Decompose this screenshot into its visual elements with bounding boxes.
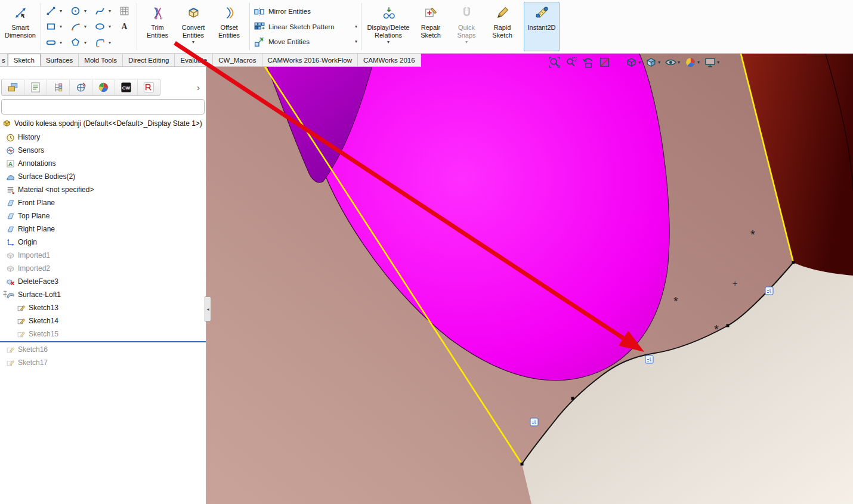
- move-entities-caret[interactable]: ▾: [355, 39, 357, 44]
- tree-item-surface-bodies-2[interactable]: Surface Bodies(2): [0, 170, 206, 183]
- tree-item-sketch14[interactable]: Sketch14: [0, 314, 206, 327]
- tab-s[interactable]: s: [0, 54, 8, 66]
- trim-entities-button[interactable]: Trim Entities: [140, 2, 175, 51]
- configurationmanager-tab[interactable]: [47, 80, 70, 95]
- zoom-to-fit-button[interactable]: [548, 55, 561, 69]
- tree-item-imported2[interactable]: Imported2: [0, 262, 206, 275]
- move-entities-button[interactable]: Move Entities ▾: [254, 35, 357, 49]
- quick-snaps-caret[interactable]: ▾: [465, 40, 468, 45]
- panel-splitter[interactable]: ◄: [205, 296, 211, 321]
- tree-item-deleteface3[interactable]: DeleteFace3: [0, 275, 206, 288]
- tab-camworks-2016[interactable]: CAMWorks 2016: [358, 54, 421, 66]
- tab-sketch[interactable]: Sketch: [8, 54, 41, 66]
- tree-filter-box[interactable]: [1, 99, 205, 115]
- view-settings-button[interactable]: ▾: [703, 55, 720, 69]
- ellipse-tool-button[interactable]: [92, 20, 107, 34]
- straight-slot-tool-button[interactable]: [44, 35, 58, 50]
- tree-item-sketch15[interactable]: Sketch15: [0, 327, 206, 341]
- convert-entities-caret[interactable]: ▾: [192, 40, 194, 45]
- vertex-point[interactable]: [727, 324, 730, 327]
- rollback-bar[interactable]: [0, 341, 206, 342]
- tab-cw-macros[interactable]: CW_Macros: [213, 54, 262, 66]
- hide-show-items-button[interactable]: ▾: [664, 55, 681, 69]
- tab-mold-tools[interactable]: Mold Tools: [79, 54, 123, 66]
- sketch-fillet-tool-caret[interactable]: ▾: [109, 40, 115, 45]
- view-settings-caret[interactable]: ▾: [717, 60, 719, 65]
- sketch-picture-tool-button[interactable]: [117, 4, 131, 18]
- section-view-button[interactable]: [598, 55, 611, 69]
- ellipse-tool-caret[interactable]: ▾: [109, 24, 115, 29]
- display-style-caret[interactable]: ▾: [658, 60, 660, 65]
- tree-item-sketch16[interactable]: Sketch16: [0, 343, 206, 356]
- zoom-to-area-button[interactable]: [564, 55, 578, 69]
- sketch-relation-badge[interactable]: [530, 418, 538, 426]
- arc-tool-button[interactable]: [68, 20, 82, 34]
- propertymanager-tab[interactable]: [24, 80, 47, 95]
- tree-item-sensors[interactable]: Sensors: [0, 144, 206, 157]
- tree-item-sketch13[interactable]: Sketch13: [0, 301, 206, 314]
- edit-appearance-caret[interactable]: ▾: [697, 60, 700, 65]
- display-style-button[interactable]: ▾: [644, 55, 661, 69]
- hide-show-items-caret[interactable]: ▾: [678, 60, 680, 65]
- tree-item-sketch17[interactable]: Sketch17: [0, 356, 206, 369]
- featuremanager-tab[interactable]: [2, 80, 24, 95]
- sketch-fillet-tool-button[interactable]: [92, 35, 107, 50]
- tree-item-top-plane[interactable]: Top Plane: [0, 209, 206, 222]
- displaymanager-tab[interactable]: [92, 80, 115, 95]
- tab-direct-editing[interactable]: Direct Editing: [123, 54, 175, 66]
- circle-tool-caret[interactable]: ▾: [84, 8, 91, 14]
- circle-tool-button[interactable]: [68, 4, 82, 18]
- graphics-area[interactable]: * * * + ▾▾▾▾▾: [206, 54, 853, 504]
- offset-entities-button[interactable]: Offset Entities: [211, 2, 247, 51]
- tab-evaluate[interactable]: Evaluate: [175, 54, 213, 66]
- previous-view-button[interactable]: [581, 55, 595, 69]
- smart-dimension-button[interactable]: Smart Dimension: [2, 2, 38, 51]
- display-delete-relations-button[interactable]: Display/Delete Relations ▾: [364, 2, 413, 51]
- quick-snaps-button[interactable]: Quick Snaps ▾: [449, 2, 484, 51]
- dimxpertmanager-tab[interactable]: [70, 80, 92, 95]
- tree-root-item[interactable]: Vodilo kolesa spodnji (Default<<Default>…: [0, 115, 206, 129]
- vertex-point[interactable]: [571, 397, 574, 400]
- tree-item-front-plane[interactable]: Front Plane: [0, 196, 206, 209]
- edit-appearance-button[interactable]: ▾: [684, 55, 700, 69]
- view-orientation-button[interactable]: ▾: [625, 55, 641, 69]
- line-tool-caret[interactable]: ▾: [60, 8, 66, 14]
- mirror-entities-button[interactable]: Mirror Entities: [254, 4, 357, 18]
- tab-surfaces[interactable]: Surfaces: [41, 54, 79, 66]
- polygon-tool-button[interactable]: [68, 35, 82, 50]
- tree-item-surface-loft1[interactable]: Surface-Loft1: [0, 288, 206, 301]
- sketch-relation-badge[interactable]: [645, 355, 653, 363]
- tree-item-right-plane[interactable]: Right Plane: [0, 222, 206, 236]
- view-orientation-caret[interactable]: ▾: [638, 60, 641, 65]
- corner-rectangle-tool-button[interactable]: [44, 20, 58, 34]
- tree-item-imported1[interactable]: Imported1: [0, 249, 206, 262]
- text-tool-button[interactable]: A: [117, 20, 131, 34]
- tree-item-history[interactable]: History: [0, 131, 206, 144]
- tree-item-origin[interactable]: Origin: [0, 236, 206, 249]
- corner-rectangle-tool-caret[interactable]: ▾: [60, 24, 66, 29]
- linear-sketch-pattern-button[interactable]: Linear Sketch Pattern ▾: [254, 20, 357, 34]
- display-delete-relations-caret[interactable]: ▾: [387, 40, 390, 45]
- sketch-relation-badge[interactable]: [765, 287, 773, 295]
- tree-item-material-not-specified[interactable]: Material <not specified>: [0, 183, 206, 196]
- linear-sketch-pattern-caret[interactable]: ▾: [355, 24, 357, 29]
- arc-tool-caret[interactable]: ▾: [84, 24, 91, 29]
- tab-camworks-2016-workflow[interactable]: CAMWorks 2016-WorkFlow: [262, 54, 358, 66]
- repair-sketch-button[interactable]: Repair Sketch: [413, 2, 449, 51]
- spline-tool-button[interactable]: [92, 4, 107, 18]
- camworks-feature-tree-tab[interactable]: CW: [115, 80, 138, 95]
- camworks-operation-tree-tab[interactable]: [138, 80, 160, 95]
- sketch-point-asterisk[interactable]: *: [750, 228, 755, 241]
- line-tool-button[interactable]: [44, 4, 58, 18]
- polygon-tool-caret[interactable]: ▾: [84, 40, 91, 45]
- vertex-point[interactable]: [521, 463, 524, 466]
- instant2d-button[interactable]: Instant2D: [524, 2, 560, 51]
- vertex-point[interactable]: [792, 261, 795, 264]
- tree-item-annotations[interactable]: AAnnotations: [0, 157, 206, 170]
- convert-entities-button[interactable]: Convert Entities ▾: [175, 2, 211, 51]
- straight-slot-tool-caret[interactable]: ▾: [60, 40, 66, 45]
- sketch-point-asterisk[interactable]: *: [714, 323, 719, 336]
- sketch-point-plus[interactable]: +: [733, 279, 737, 288]
- 3d-scene[interactable]: * * * +: [206, 54, 853, 504]
- rapid-sketch-button[interactable]: Rapid Sketch: [484, 2, 520, 51]
